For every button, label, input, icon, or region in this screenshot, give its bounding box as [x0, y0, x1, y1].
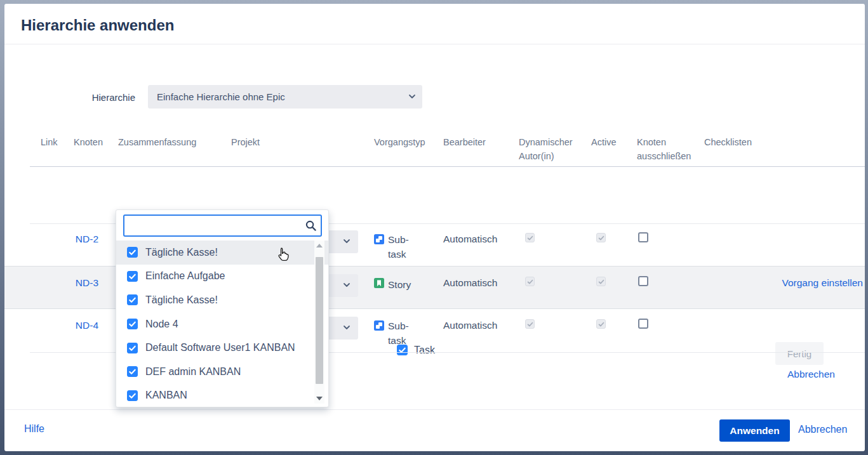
column-header-knoten: Knoten — [74, 135, 103, 149]
active-checkbox — [596, 277, 606, 286]
dropdown-option[interactable]: Einfache Aufgabe — [116, 265, 328, 289]
dropdown-option[interactable]: Default Software User1 KANBAN — [116, 336, 328, 360]
dialog-footer: Hilfe Anwenden Abbrechen — [4, 409, 865, 451]
editor-cancel-link[interactable]: Abbrechen — [787, 369, 835, 380]
help-link[interactable]: Hilfe — [24, 423, 44, 435]
scroll-up-icon[interactable] — [314, 241, 324, 251]
apply-hierarchy-dialog: Hierarchie anwenden Hierarchie Einfache … — [4, 4, 865, 451]
dropdown-option[interactable]: Tägliche Kasse! — [116, 241, 328, 265]
chevron-down-icon — [343, 237, 351, 245]
dialog-header: Hierarchie anwenden — [4, 4, 865, 44]
option-checkbox[interactable] — [127, 366, 138, 377]
column-header-checklisten: Checklisten — [704, 135, 752, 149]
option-checkbox[interactable] — [127, 294, 138, 305]
option-label: Node 4 — [145, 319, 178, 330]
search-icon — [305, 220, 317, 234]
dropdown-option[interactable]: Node 4 — [116, 312, 328, 336]
dropdown-search-input[interactable] — [123, 214, 322, 237]
dynamic-author-checkbox — [525, 277, 535, 286]
column-header-vorgangstyp: Vorgangstyp — [374, 135, 425, 149]
exclude-node-checkbox[interactable] — [638, 276, 648, 286]
chevron-down-icon — [343, 281, 351, 289]
dynamic-author-checkbox — [525, 233, 535, 242]
scroll-down-icon[interactable] — [314, 393, 324, 404]
hierarchy-select[interactable]: Einfache Hierarchie ohne Epic — [148, 85, 422, 109]
dropdown-option[interactable]: KANBAN — [116, 384, 328, 407]
option-label: Default Software User1 KANBAN — [145, 342, 295, 353]
chevron-down-icon — [343, 324, 351, 331]
issue-type-text: Sub-task — [388, 319, 421, 348]
dropdown-option[interactable]: Tägliche Kasse! — [116, 288, 328, 312]
column-header-bearbeiter: Bearbeiter — [443, 135, 486, 149]
assignee-text: Automatisch — [443, 320, 497, 331]
dropdown-option[interactable]: DEF admin KANBAN — [116, 360, 328, 384]
column-header-dynamischer-autor: Dynamischer Autor(in) — [519, 135, 580, 164]
scrollbar-thumb[interactable] — [316, 257, 323, 384]
column-header-projekt: Projekt — [231, 135, 260, 149]
exclude-node-checkbox[interactable] — [638, 319, 648, 329]
column-header-link: Link — [41, 135, 58, 149]
issue-type-text: Sub-task — [388, 232, 421, 262]
story-icon — [374, 278, 384, 288]
subtask-icon — [374, 234, 384, 244]
issue-type-text: Story — [388, 277, 426, 292]
subtask-icon — [374, 320, 384, 331]
column-header-zusammenfassung: Zusammenfassung — [118, 135, 196, 149]
assignee-text: Automatisch — [443, 234, 497, 245]
hierarchy-label: Hierarchie — [74, 92, 135, 103]
dynamic-author-checkbox — [525, 319, 535, 329]
option-checkbox[interactable] — [127, 271, 138, 282]
option-label: Einfache Aufgabe — [145, 270, 225, 282]
issue-key-link[interactable]: ND-4 — [68, 320, 98, 331]
option-checkbox[interactable] — [127, 343, 138, 353]
hierarchy-select-value: Einfache Hierarchie ohne Epic — [157, 91, 285, 102]
dialog-title: Hierarchie anwenden — [21, 16, 174, 34]
option-label: Tägliche Kasse! — [145, 294, 218, 306]
option-label: DEF admin KANBAN — [145, 366, 241, 378]
cancel-link[interactable]: Abbrechen — [798, 424, 847, 435]
issue-key-link[interactable]: ND-3 — [68, 277, 98, 289]
set-issue-link[interactable]: Vorgang einstellen — [735, 277, 863, 289]
option-checkbox[interactable] — [127, 390, 138, 401]
option-checkbox[interactable] — [127, 319, 138, 329]
column-header-knoten-ausschliessen: Knoten ausschließen — [637, 135, 695, 164]
assignee-text: Automatisch — [443, 277, 497, 289]
active-checkbox — [596, 319, 606, 329]
option-label: Tägliche Kasse! — [145, 247, 218, 258]
issue-select-dropdown: Tägliche Kasse! Einfache Aufgabe Täglich… — [116, 209, 329, 407]
active-checkbox — [596, 233, 606, 242]
dropdown-scrollbar[interactable] — [314, 241, 324, 404]
option-label: KANBAN — [145, 390, 187, 401]
exclude-node-checkbox[interactable] — [638, 232, 648, 242]
option-checkbox[interactable] — [127, 247, 138, 258]
column-header-active: Active — [591, 135, 617, 149]
issue-key-link[interactable]: ND-2 — [68, 234, 98, 245]
dropdown-option-list: Tägliche Kasse! Einfache Aufgabe Täglich… — [116, 241, 328, 407]
apply-button[interactable]: Anwenden — [719, 419, 790, 442]
chevron-down-icon — [408, 93, 416, 100]
